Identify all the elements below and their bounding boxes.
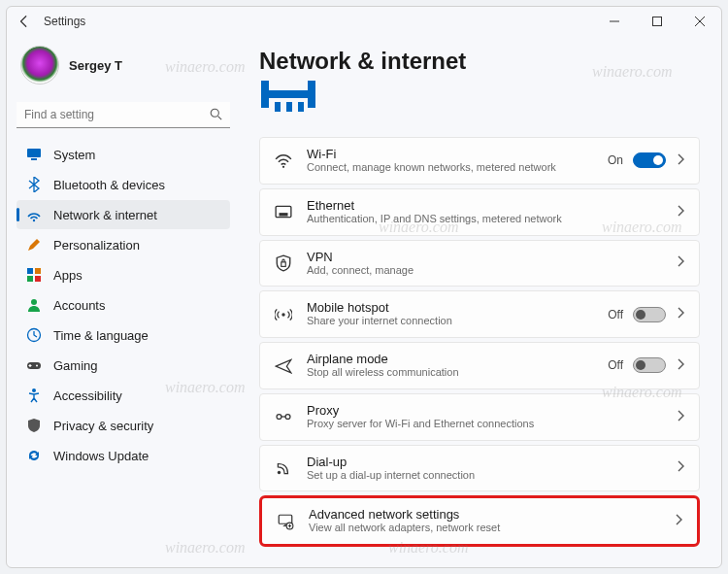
personalization-icon [26,237,42,253]
sidebar-item-accounts[interactable]: Accounts [17,290,230,320]
card-sub: Authentication, IP and DNS settings, met… [307,213,662,226]
svg-point-24 [281,313,284,316]
card-title: Wi-Fi [307,147,594,161]
app-title: Settings [44,15,85,28]
svg-point-25 [277,415,281,420]
sidebar-item-system[interactable]: System [17,140,230,169]
card-title: Proxy [307,403,662,418]
profile[interactable]: Sergey T [17,40,230,94]
svg-rect-3 [31,158,37,160]
wifi-toggle[interactable] [633,152,666,168]
card-sub: Stop all wireless communication [307,366,594,380]
time-icon [26,327,42,343]
vpn-icon [274,253,293,273]
card-ethernet[interactable]: Ethernet Authentication, IP and DNS sett… [259,188,700,236]
apps-icon [26,267,42,283]
svg-rect-15 [261,81,269,108]
sidebar-item-update[interactable]: Windows Update [17,441,230,470]
search-icon [210,107,222,124]
card-dialup[interactable]: Dial-up Set up a dial-up internet connec… [259,445,700,492]
card-advanced-network[interactable]: Advanced network settings View all netwo… [259,495,700,547]
sidebar-item-label: Network & internet [53,208,157,222]
card-title: Dial-up [307,455,662,469]
card-sub: Proxy server for Wi-Fi and Ethernet conn… [307,418,662,431]
gaming-icon [26,357,42,373]
search-input[interactable] [17,102,230,128]
hotspot-icon [274,305,293,324]
search-box[interactable] [17,102,230,128]
maximize-button[interactable] [636,7,678,36]
svg-point-4 [33,219,35,221]
back-button[interactable] [15,12,34,31]
sidebar-item-personalization[interactable]: Personalization [17,230,230,259]
svg-point-9 [31,299,37,305]
main-content: Network & internet Wi-Fi Connect, manage… [240,36,721,567]
svg-point-27 [278,471,281,474]
ethernet-icon [274,202,293,221]
profile-name: Sergey T [69,58,122,73]
svg-rect-16 [308,81,315,108]
chevron-right-icon [676,255,685,270]
card-airplane[interactable]: Airplane mode Stop all wireless communic… [259,342,700,389]
sidebar-item-accessibility[interactable]: Accessibility [17,381,230,410]
privacy-icon [26,418,42,433]
card-sub: Share your internet connection [307,315,594,328]
svg-rect-17 [275,102,281,112]
system-icon [26,147,42,162]
card-sub: Add, connect, manage [307,264,662,278]
accounts-icon [26,297,42,313]
wifi-state: On [608,153,623,167]
svg-rect-8 [35,276,41,282]
close-button[interactable] [678,7,721,36]
svg-point-13 [32,388,36,392]
card-hotspot[interactable]: Mobile hotspot Share your internet conne… [259,290,700,338]
sidebar-item-apps[interactable]: Apps [17,260,230,289]
sidebar-item-label: Bluetooth & devices [53,178,165,192]
sidebar-item-label: Time & language [53,328,149,343]
chevron-right-icon [676,153,685,168]
card-proxy[interactable]: Proxy Proxy server for Wi-Fi and Etherne… [259,393,700,441]
svg-point-1 [211,109,218,117]
svg-rect-23 [281,262,286,267]
svg-point-26 [285,415,290,420]
accessibility-icon [26,388,42,403]
proxy-icon [274,407,293,426]
airplane-toggle[interactable] [633,357,666,373]
chevron-right-icon [676,205,685,219]
chevron-right-icon [676,358,685,373]
update-icon [26,448,42,463]
sidebar-item-label: System [53,148,95,162]
sidebar-item-label: Windows Update [53,449,149,463]
sidebar-item-label: Gaming [53,358,98,373]
avatar [20,46,59,84]
chevron-right-icon [676,460,685,475]
sidebar-item-bluetooth[interactable]: Bluetooth & devices [17,170,230,199]
sidebar: Sergey T System Bluetooth & devices [7,36,240,567]
svg-rect-6 [35,268,41,274]
nav: System Bluetooth & devices Network & int… [17,140,230,470]
svg-rect-0 [653,17,662,26]
sidebar-item-gaming[interactable]: Gaming [17,351,230,380]
card-sub: View all network adapters, network reset [309,522,660,535]
sidebar-item-network[interactable]: Network & internet [17,200,230,229]
chevron-right-icon [676,410,685,424]
settings-cards: Wi-Fi Connect, manage known networks, me… [259,137,700,547]
svg-rect-7 [27,276,33,282]
svg-rect-18 [286,102,292,112]
ethernet-hero-icon [261,81,700,119]
minimize-button[interactable] [593,7,636,36]
svg-rect-14 [261,90,315,98]
sidebar-item-label: Accessibility [53,388,122,403]
sidebar-item-time[interactable]: Time & language [17,321,230,350]
card-title: Ethernet [307,198,662,213]
sidebar-item-label: Accounts [53,298,105,313]
card-vpn[interactable]: VPN Add, connect, manage [259,240,700,287]
chevron-right-icon [674,514,683,528]
hotspot-toggle[interactable] [633,307,666,322]
settings-window: Settings Sergey T [6,6,722,568]
card-title: Airplane mode [307,352,594,366]
sidebar-item-privacy[interactable]: Privacy & security [17,411,230,440]
airplane-icon [274,355,293,375]
airplane-state: Off [608,358,623,372]
card-wifi[interactable]: Wi-Fi Connect, manage known networks, me… [259,137,700,185]
